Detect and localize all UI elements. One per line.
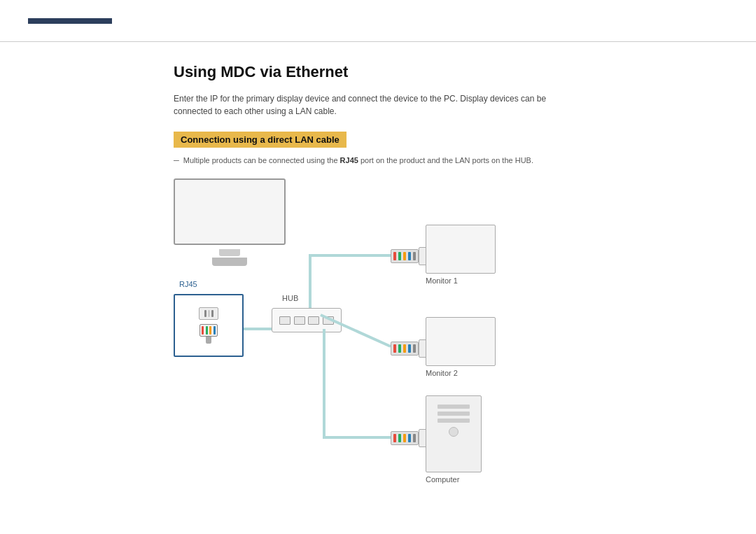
pin — [393, 434, 396, 442]
diagram: RJ45 HUB — [174, 178, 608, 479]
plug-body-m1 — [391, 249, 419, 263]
large-monitor — [174, 178, 286, 255]
large-monitor-stand — [212, 258, 247, 266]
monitor-2-label: Monitor 2 — [426, 369, 496, 377]
pin — [211, 310, 214, 317]
hub-label: HUB — [282, 294, 298, 302]
monitor-2-screen — [426, 317, 496, 366]
monitor-1-label: Monitor 1 — [426, 276, 496, 285]
rj45-label: RJ45 — [179, 280, 197, 288]
tower-disc-drive — [449, 427, 458, 437]
computer-label: Computer — [426, 475, 482, 484]
pin — [393, 344, 396, 353]
pin-green — [206, 326, 208, 335]
pin — [398, 344, 401, 353]
pin — [413, 344, 416, 353]
pin — [408, 344, 411, 353]
pin — [403, 434, 406, 442]
tower-body — [426, 395, 482, 472]
tower-slot-3 — [438, 419, 470, 423]
tower-slot-1 — [438, 405, 470, 409]
plug-body-m2 — [391, 342, 419, 356]
plug-body — [200, 324, 218, 337]
hub-port-3 — [308, 316, 319, 325]
note: ─ Multiple products can be connected usi… — [174, 156, 582, 164]
pin-red — [202, 326, 204, 335]
pin — [398, 252, 401, 260]
note-dash: ─ — [174, 156, 179, 164]
rj45-port-pins — [204, 310, 214, 317]
large-monitor-screen — [174, 178, 286, 245]
pin — [408, 434, 411, 442]
pin — [204, 310, 206, 317]
cable-end — [206, 337, 211, 344]
hub-port-4 — [323, 316, 334, 325]
pin — [403, 344, 406, 353]
page-title: Using MDC via Ethernet — [174, 63, 582, 81]
hub-device — [272, 308, 342, 332]
pin — [413, 434, 416, 442]
hub-port-2 — [294, 316, 305, 325]
pin — [408, 252, 411, 260]
computer-tower: Computer — [426, 395, 482, 484]
description-text: Enter the IP for the primary display dev… — [174, 92, 582, 118]
pin — [398, 434, 401, 442]
pin — [403, 252, 406, 260]
pin — [413, 252, 416, 260]
pin — [393, 252, 396, 260]
rj45-port — [199, 307, 218, 320]
pin-blue — [214, 326, 216, 335]
monitor-1: Monitor 1 — [426, 225, 496, 285]
main-content: Using MDC via Ethernet Enter the IP for … — [0, 42, 756, 500]
note-content: Multiple products can be connected using… — [183, 156, 533, 164]
monitor-1-screen — [426, 225, 496, 274]
plug-body-pc — [391, 431, 419, 445]
section-highlight: Connection using a direct LAN cable — [174, 132, 346, 148]
pin — [208, 310, 210, 317]
top-bar — [0, 0, 756, 42]
connector-plug — [200, 324, 218, 344]
monitor-2: Monitor 2 — [426, 317, 496, 377]
top-bar-accent — [28, 18, 112, 24]
pin-orange — [209, 326, 211, 335]
tower-slot-2 — [438, 412, 470, 416]
device-box — [174, 294, 244, 357]
hub-port-1 — [279, 316, 290, 325]
